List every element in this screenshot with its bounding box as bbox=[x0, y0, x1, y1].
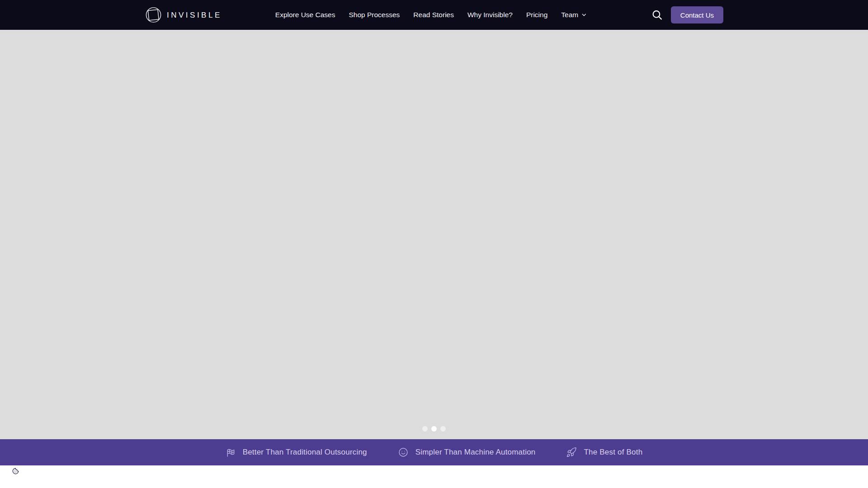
cookie-icon bbox=[12, 469, 19, 476]
carousel-dots bbox=[422, 426, 446, 432]
banner-label: Simpler Than Machine Automation bbox=[415, 448, 536, 457]
banner-item-best-of-both: The Best of Both bbox=[566, 447, 642, 458]
cookie-consent-button[interactable] bbox=[12, 468, 19, 474]
rocket-icon bbox=[566, 447, 577, 458]
nav-item-shop-processes[interactable]: Shop Processes bbox=[349, 11, 400, 19]
bottom-strip bbox=[0, 465, 868, 488]
search-button[interactable] bbox=[651, 9, 664, 22]
primary-nav: Explore Use Cases Shop Processes Read St… bbox=[275, 0, 587, 30]
chevron-down-icon bbox=[581, 12, 587, 18]
page: INVISIBLE Explore Use Cases Shop Process… bbox=[0, 0, 868, 488]
nav-item-why-invisible[interactable]: Why Invisible? bbox=[467, 11, 513, 19]
carousel-dot-3[interactable] bbox=[440, 426, 446, 432]
nav-item-explore-use-cases[interactable]: Explore Use Cases bbox=[275, 11, 335, 19]
banner-label: Better Than Traditional Outsourcing bbox=[243, 448, 367, 457]
nav-item-team[interactable]: Team bbox=[561, 11, 587, 19]
brand-logo-icon bbox=[145, 7, 162, 23]
nav-item-team-label: Team bbox=[561, 11, 578, 19]
nav-item-read-stories[interactable]: Read Stories bbox=[413, 11, 454, 19]
carousel-dot-2-active[interactable] bbox=[431, 426, 437, 432]
brand-logo-link[interactable]: INVISIBLE bbox=[145, 7, 222, 23]
top-nav-bar: INVISIBLE Explore Use Cases Shop Process… bbox=[0, 0, 868, 30]
banner-label: The Best of Both bbox=[584, 448, 642, 457]
nav-item-pricing[interactable]: Pricing bbox=[526, 11, 547, 19]
hero-carousel-slide bbox=[0, 30, 868, 439]
contact-us-button[interactable]: Contact Us bbox=[671, 6, 723, 23]
search-icon bbox=[651, 15, 663, 22]
banner-item-outsourcing: Better Than Traditional Outsourcing bbox=[226, 447, 367, 458]
smiley-icon bbox=[398, 447, 409, 458]
value-props-banner: Better Than Traditional Outsourcing Simp… bbox=[0, 439, 868, 465]
carousel-dot-1[interactable] bbox=[422, 426, 428, 432]
banner-item-automation: Simpler Than Machine Automation bbox=[398, 447, 536, 458]
flag-checkered-icon bbox=[226, 447, 236, 458]
brand-wordmark: INVISIBLE bbox=[167, 11, 222, 19]
